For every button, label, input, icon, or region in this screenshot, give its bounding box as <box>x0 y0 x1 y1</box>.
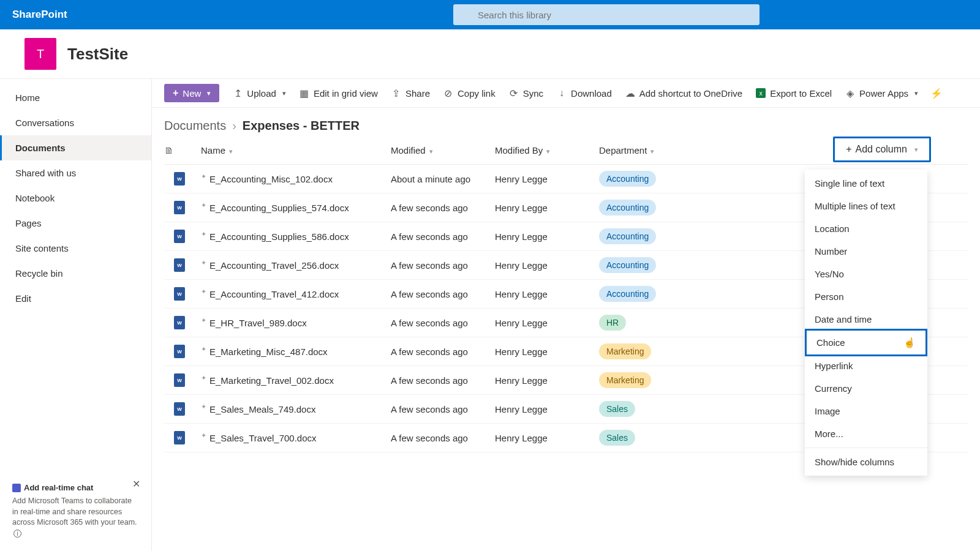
column-type-option[interactable]: Hyperlink <box>805 354 927 377</box>
file-name[interactable]: E_Accounting_Travel_412.docx <box>209 289 339 299</box>
automate-button[interactable]: ⚡ <box>932 88 941 98</box>
breadcrumb-current: Expenses - BETTER <box>243 119 360 133</box>
breadcrumb-parent[interactable]: Documents <box>164 119 226 133</box>
download-button[interactable]: ↓ Download <box>557 88 612 99</box>
edit-grid-button[interactable]: ▦ Edit in grid view <box>300 88 378 99</box>
file-name[interactable]: E_Sales_Meals_749.docx <box>209 404 315 414</box>
nav-item-recycle-bin[interactable]: Recycle bin <box>0 261 151 286</box>
modified-value: A few seconds ago <box>391 222 495 251</box>
add-column-menu: Single line of textMultiple lines of tex… <box>805 170 927 476</box>
word-file-icon: W <box>174 402 185 416</box>
file-name[interactable]: E_Accounting_Misc_102.docx <box>209 174 333 184</box>
modified-value: About a minute ago <box>391 165 495 193</box>
file-name[interactable]: E_Accounting_Supplies_586.docx <box>209 231 349 242</box>
chevron-down-icon: ▾ <box>914 146 918 154</box>
nav-item-edit[interactable]: Edit <box>0 286 151 311</box>
flow-icon: ⚡ <box>932 88 941 98</box>
modified-value: A few seconds ago <box>391 309 495 337</box>
column-header-name[interactable]: Name▾ <box>201 137 391 165</box>
modified-by-value[interactable]: Henry Legge <box>495 165 599 193</box>
add-shortcut-button[interactable]: ☁ Add shortcut to OneDrive <box>625 88 742 99</box>
search-input[interactable] <box>453 4 760 25</box>
chevron-down-icon: ▾ <box>229 148 233 155</box>
modified-by-value[interactable]: Henry Legge <box>495 251 599 280</box>
department-pill: Marketing <box>599 343 651 359</box>
chevron-down-icon: ▾ <box>650 148 654 155</box>
column-type-option[interactable]: Image <box>805 400 927 422</box>
chat-promo: ✕ Add real-time chat Add Microsoft Teams… <box>6 477 145 545</box>
site-logo[interactable]: T <box>24 38 56 70</box>
upload-button[interactable]: ↥ Upload ▾ <box>233 88 286 99</box>
power-apps-button[interactable]: ◈ Power Apps ▾ <box>845 88 918 99</box>
export-excel-button[interactable]: x Export to Excel <box>756 88 832 99</box>
add-column-button[interactable]: + Add column ▾ <box>833 137 931 162</box>
chevron-down-icon: ▾ <box>429 148 433 155</box>
word-file-icon: W <box>174 345 185 358</box>
word-file-icon: W <box>174 431 185 444</box>
teams-icon <box>12 484 21 492</box>
modified-by-value[interactable]: Henry Legge <box>495 309 599 337</box>
share-icon: ⇪ <box>391 88 401 98</box>
info-icon[interactable]: i <box>13 530 21 538</box>
new-indicator-icon: ✦ <box>201 259 206 267</box>
column-type-option[interactable]: Choice☝ <box>805 329 927 356</box>
site-title[interactable]: TestSite <box>67 45 128 64</box>
close-icon[interactable]: ✕ <box>132 478 140 490</box>
new-button[interactable]: + New ▾ <box>164 84 219 102</box>
column-type-option[interactable]: Number <box>805 240 927 263</box>
nav-item-pages[interactable]: Pages <box>0 211 151 236</box>
show-hide-columns-option[interactable]: Show/hide columns <box>805 451 927 473</box>
file-type-icon[interactable]: 🗎 <box>164 145 173 156</box>
nav-item-site-contents[interactable]: Site contents <box>0 236 151 261</box>
nav-item-documents[interactable]: Documents <box>0 135 151 160</box>
file-name[interactable]: E_Marketing_Travel_002.docx <box>209 375 334 386</box>
nav-item-notebook[interactable]: Notebook <box>0 186 151 211</box>
new-indicator-icon: ✦ <box>201 345 206 353</box>
column-type-option[interactable]: Currency <box>805 377 927 400</box>
column-type-option[interactable]: Multiple lines of text <box>805 195 927 217</box>
search-wrap <box>453 4 760 25</box>
new-indicator-icon: ✦ <box>201 403 206 411</box>
column-header-department[interactable]: Department▾ <box>599 137 691 165</box>
modified-value: A few seconds ago <box>391 395 495 424</box>
file-name[interactable]: E_Marketing_Misc_487.docx <box>209 347 328 357</box>
modified-by-value[interactable]: Henry Legge <box>495 280 599 309</box>
modified-by-value[interactable]: Henry Legge <box>495 395 599 424</box>
grid-icon: ▦ <box>300 88 309 98</box>
column-header-modified[interactable]: Modified▾ <box>391 137 495 165</box>
column-type-option[interactable]: Yes/No <box>805 263 927 285</box>
modified-by-value[interactable]: Henry Legge <box>495 366 599 395</box>
file-name[interactable]: E_Accounting_Travel_256.docx <box>209 260 339 271</box>
modified-value: A few seconds ago <box>391 280 495 309</box>
modified-value: A few seconds ago <box>391 337 495 366</box>
link-icon: ⊘ <box>443 88 453 98</box>
share-button[interactable]: ⇪ Share <box>391 88 430 99</box>
column-type-option[interactable]: More... <box>805 422 927 445</box>
file-name[interactable]: E_Accounting_Supplies_574.docx <box>209 203 349 213</box>
file-name[interactable]: E_Sales_Travel_700.docx <box>209 433 317 443</box>
department-pill: Accounting <box>599 228 656 244</box>
department-pill: Accounting <box>599 171 656 187</box>
modified-by-value[interactable]: Henry Legge <box>495 193 599 222</box>
plus-icon: + <box>173 88 178 99</box>
chevron-down-icon: ▾ <box>207 89 211 97</box>
column-type-option[interactable]: Location <box>805 217 927 240</box>
nav-item-conversations[interactable]: Conversations <box>0 110 151 135</box>
plus-icon: + <box>846 144 851 155</box>
column-type-option[interactable]: Date and time <box>805 308 927 331</box>
modified-by-value[interactable]: Henry Legge <box>495 424 599 452</box>
file-name[interactable]: E_HR_Travel_989.docx <box>209 318 307 328</box>
modified-by-value[interactable]: Henry Legge <box>495 222 599 251</box>
column-type-option[interactable]: Single line of text <box>805 172 927 195</box>
column-header-modified-by[interactable]: Modified By▾ <box>495 137 599 165</box>
sync-button[interactable]: ⟳ Sync <box>509 88 543 99</box>
copy-link-button[interactable]: ⊘ Copy link <box>443 88 496 99</box>
column-type-option[interactable]: Person <box>805 285 927 308</box>
top-bar: SharePoint <box>0 0 980 29</box>
chat-promo-body: Add Microsoft Teams to collaborate in re… <box>12 497 137 527</box>
nav-item-home[interactable]: Home <box>0 85 151 110</box>
new-indicator-icon: ✦ <box>201 173 206 181</box>
nav-item-shared-with-us[interactable]: Shared with us <box>0 160 151 186</box>
modified-by-value[interactable]: Henry Legge <box>495 337 599 366</box>
chevron-down-icon: ▾ <box>914 89 918 97</box>
